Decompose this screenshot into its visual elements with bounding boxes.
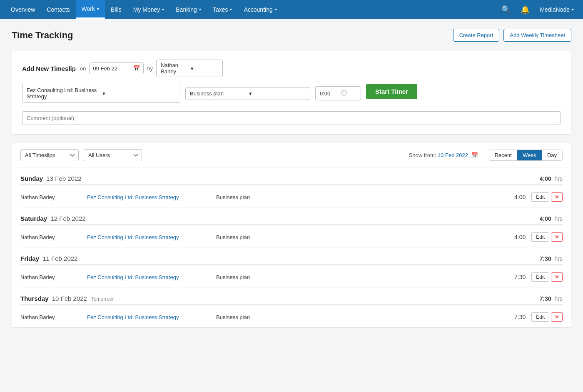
timeslip-project[interactable]: Fez Consulting Ltd: Business Strategy	[87, 314, 216, 320]
timeslip-project[interactable]: Fez Consulting Ltd: Business Strategy	[87, 234, 216, 240]
edit-button[interactable]: Edit	[531, 272, 549, 282]
table-row: Nathan Barley Fez Consulting Ltd: Busine…	[20, 187, 563, 207]
hrs-label: hrs	[553, 175, 563, 182]
day-tag: Tomorrow	[91, 296, 113, 302]
add-timeslip-section: Add New Timeslip on 📅 by Nathan Barley ▾	[12, 50, 571, 134]
start-timer-button[interactable]: Start Timer	[366, 84, 417, 99]
bell-icon: 🔔	[521, 5, 530, 14]
day-total: 4:00 hrs	[540, 215, 563, 222]
timeslip-task: Business plan	[216, 274, 492, 280]
header-actions: Create Report Add Weekly Timesheet	[453, 29, 571, 42]
day-total: 7:30 hrs	[540, 255, 563, 262]
create-report-button[interactable]: Create Report	[453, 29, 500, 42]
day-total-hours: 7:30	[540, 255, 551, 262]
add-timeslip-label: Add New Timeslip	[22, 65, 76, 72]
nav-item-overview[interactable]: Overview	[5, 0, 41, 19]
date-input[interactable]	[93, 65, 130, 72]
hrs-label: hrs	[553, 255, 563, 262]
day-name: Friday	[20, 255, 39, 262]
nav-item-work[interactable]: Work ▾	[76, 0, 105, 19]
day-date: 11 Feb 2022	[41, 255, 77, 262]
nav-item-accounting[interactable]: Accounting ▾	[238, 0, 282, 19]
day-header: Thursday 10 Feb 2022Tomorrow7:30 hrs	[20, 295, 563, 305]
page-title: Time Tracking	[12, 30, 73, 41]
nav-bar: Overview Contacts Work ▾ Bills My Money …	[0, 0, 583, 19]
edit-button[interactable]: Edit	[531, 232, 549, 242]
timeslip-task: Business plan	[216, 314, 492, 320]
notifications-button[interactable]: 🔔	[516, 0, 534, 19]
edit-button[interactable]: Edit	[531, 312, 549, 322]
day-section: Friday 11 Feb 20227:30 hrs Nathan Barley…	[20, 247, 563, 287]
nav-item-bills[interactable]: Bills	[105, 0, 127, 19]
timeslip-list: Sunday 13 Feb 20224:00 hrs Nathan Barley…	[12, 167, 571, 327]
my-money-chevron-icon: ▾	[162, 7, 164, 12]
nav-item-contacts[interactable]: Contacts	[41, 0, 75, 19]
timeslip-input-row: Fez Consulting Ltd: Business Strategy ▾ …	[22, 84, 561, 125]
show-from-calendar-icon[interactable]: 📅	[471, 152, 478, 158]
nav-right: 🔍 🔔 MediaNode ▾	[497, 0, 578, 19]
hrs-label: hrs	[553, 215, 563, 222]
user-selector-value: Nathan Barley	[161, 62, 188, 75]
timeslip-actions: Edit ✕	[531, 312, 563, 322]
day-header: Sunday 13 Feb 20224:00 hrs	[20, 175, 563, 185]
timeslip-project[interactable]: Fez Consulting Ltd: Business Strategy	[87, 274, 216, 280]
delete-button[interactable]: ✕	[551, 232, 563, 242]
add-weekly-timesheet-button[interactable]: Add Weekly Timesheet	[503, 29, 571, 42]
users-filter-select[interactable]: All Users Nathan Barley	[84, 149, 142, 161]
help-icon[interactable]: ⓘ	[341, 90, 347, 97]
timeslip-user: Nathan Barley	[20, 274, 87, 280]
day-name: Saturday	[20, 215, 47, 222]
show-from-date[interactable]: 13 Feb 2022	[438, 152, 468, 158]
day-section: Saturday 12 Feb 20224:00 hrs Nathan Barl…	[20, 207, 563, 247]
delete-button[interactable]: ✕	[551, 192, 563, 202]
day-name: Thursday	[20, 295, 49, 302]
day-section: Sunday 13 Feb 20224:00 hrs Nathan Barley…	[20, 167, 563, 207]
filter-row: All Timeslips My Timeslips All Users Nat…	[12, 143, 571, 167]
timeslip-actions: Edit ✕	[531, 192, 563, 202]
view-day-button[interactable]: Day	[542, 150, 562, 160]
day-header: Saturday 12 Feb 20224:00 hrs	[20, 215, 563, 225]
day-name: Sunday	[20, 175, 43, 182]
page-header: Time Tracking Create Report Add Weekly T…	[12, 29, 571, 42]
view-week-button[interactable]: Week	[517, 150, 542, 160]
date-input-wrap[interactable]: 📅	[89, 62, 144, 74]
timeslip-time: 7:30	[492, 274, 526, 280]
comment-input[interactable]	[22, 111, 561, 125]
calendar-icon[interactable]: 📅	[133, 65, 140, 72]
on-label: on	[80, 65, 86, 72]
time-input[interactable]	[320, 90, 339, 97]
company-selector[interactable]: MediaNode ▾	[536, 0, 578, 19]
nav-item-taxes[interactable]: Taxes ▾	[207, 0, 238, 19]
time-input-wrap[interactable]: ⓘ	[315, 86, 361, 100]
by-label: by	[147, 65, 153, 72]
hrs-label: hrs	[553, 295, 563, 302]
timeslips-filter-select[interactable]: All Timeslips My Timeslips	[20, 149, 79, 161]
nav-item-banking[interactable]: Banking ▾	[170, 0, 207, 19]
table-row: Nathan Barley Fez Consulting Ltd: Busine…	[20, 267, 563, 287]
nav-item-my-money[interactable]: My Money ▾	[127, 0, 170, 19]
show-from-label: Show from: 13 Feb 2022 📅	[409, 152, 478, 158]
page-content: Time Tracking Create Report Add Weekly T…	[0, 19, 583, 346]
timeslip-task: Business plan	[216, 194, 492, 200]
timeslip-project[interactable]: Fez Consulting Ltd: Business Strategy	[87, 194, 216, 200]
task-selector[interactable]: Business plan ▾	[185, 87, 310, 100]
view-recent-button[interactable]: Recent	[489, 150, 517, 160]
timeslip-user: Nathan Barley	[20, 314, 87, 320]
timeslip-task: Business plan	[216, 234, 492, 240]
delete-button[interactable]: ✕	[551, 272, 563, 282]
timeslip-list-card: All Timeslips My Timeslips All Users Nat…	[12, 143, 571, 328]
search-button[interactable]: 🔍	[497, 0, 515, 19]
timeslip-actions: Edit ✕	[531, 272, 563, 282]
user-dropdown-arrow-icon: ▾	[191, 65, 218, 72]
edit-button[interactable]: Edit	[531, 192, 549, 202]
search-icon: 🔍	[501, 5, 511, 14]
day-total: 7:30 hrs	[540, 295, 563, 302]
timeslip-time: 4:00	[492, 234, 526, 240]
taxes-chevron-icon: ▾	[230, 7, 232, 12]
task-selector-value: Business plan	[190, 90, 247, 97]
project-selector[interactable]: Fez Consulting Ltd: Business Strategy ▾	[22, 84, 180, 103]
day-date: 10 Feb 2022	[50, 295, 87, 302]
day-header: Friday 11 Feb 20227:30 hrs	[20, 255, 563, 265]
user-selector[interactable]: Nathan Barley ▾	[156, 60, 223, 77]
delete-button[interactable]: ✕	[551, 312, 563, 322]
